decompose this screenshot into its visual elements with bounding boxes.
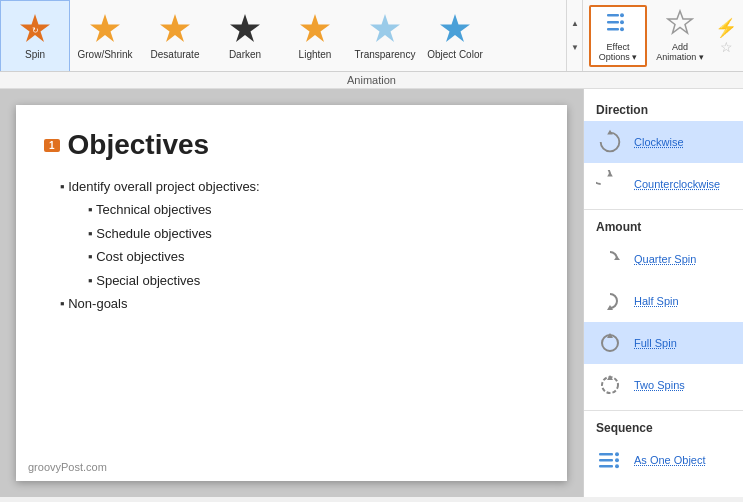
add-animation-button[interactable]: AddAnimation ▾ (651, 5, 709, 67)
svg-marker-3 (160, 14, 190, 42)
svg-marker-4 (230, 14, 260, 42)
full-spin-label: Full Spin (634, 337, 677, 349)
watermark: groovyPost.com (28, 461, 107, 473)
object-color-label: Object Color (427, 49, 483, 60)
desaturate-icon (157, 11, 193, 47)
main-area: 1 Objectives Identify overall project ob… (0, 89, 743, 497)
svg-rect-8 (607, 14, 619, 17)
sub-bullet-technical: Technical objectives (88, 198, 539, 221)
two-spins-item[interactable]: Two Spins (584, 364, 743, 406)
svg-marker-6 (370, 14, 400, 42)
scroll-up-button[interactable]: ▲ (567, 12, 583, 36)
bullet-list: Identify overall project objectives: Tec… (60, 175, 539, 315)
counterclockwise-label: Counterclockwise (634, 178, 720, 190)
animation-section-label: Animation (0, 72, 743, 89)
full-spin-item[interactable]: Full Spin (584, 322, 743, 364)
darken-label: Darken (229, 49, 261, 60)
slide: 1 Objectives Identify overall project ob… (16, 105, 567, 481)
slide-area: 1 Objectives Identify overall project ob… (0, 89, 583, 497)
effect-options-label: EffectOptions ▾ (599, 42, 638, 62)
svg-rect-23 (599, 453, 613, 456)
svg-point-28 (615, 464, 619, 468)
clockwise-item[interactable]: Clockwise (584, 121, 743, 163)
divider-2 (584, 410, 743, 411)
slide-title-text: Objectives (68, 129, 210, 161)
as-one-object-label: As One Object (634, 454, 706, 466)
anim-darken[interactable]: Darken (210, 0, 280, 71)
svg-marker-2 (90, 14, 120, 42)
anim-spin[interactable]: ↻ Spin (0, 0, 70, 71)
counterclockwise-item[interactable]: Counterclockwise (584, 163, 743, 205)
svg-rect-10 (607, 21, 619, 24)
svg-marker-16 (607, 172, 613, 177)
svg-rect-12 (607, 28, 619, 31)
anim-transparency[interactable]: Transparency (350, 0, 420, 71)
grow-shrink-icon (87, 11, 123, 47)
svg-point-9 (620, 13, 624, 17)
divider-1 (584, 209, 743, 210)
two-spins-icon (594, 369, 626, 401)
spin-label: Spin (25, 49, 45, 60)
toolbar-scroll: ▲ ▼ (566, 0, 582, 71)
object-color-icon (437, 11, 473, 47)
add-animation-label: AddAnimation ▾ (656, 42, 704, 62)
anim-grow-shrink[interactable]: Grow/Shrink (70, 0, 140, 71)
as-one-object-item[interactable]: As One Object (584, 439, 743, 481)
quarter-spin-label: Quarter Spin (634, 253, 696, 265)
svg-rect-27 (599, 465, 613, 468)
clockwise-label: Clockwise (634, 136, 684, 148)
svg-marker-14 (668, 11, 692, 33)
effect-options-icon (604, 9, 632, 42)
grow-shrink-label: Grow/Shrink (77, 49, 132, 60)
anim-object-color[interactable]: Object Color (420, 0, 490, 71)
star-extra-icon: ☆ (720, 39, 733, 55)
lightning-icon: ⚡ (715, 17, 737, 39)
animation-toolbar: ↻ Spin Grow/Shrink Desaturate (0, 0, 743, 72)
svg-marker-5 (300, 14, 330, 42)
sub-bullet-schedule: Schedule objectives (88, 222, 539, 245)
scroll-down-button[interactable]: ▼ (567, 36, 583, 60)
direction-section-title: Direction (584, 97, 743, 121)
effect-options-button[interactable]: EffectOptions ▾ (589, 5, 647, 67)
quarter-spin-item[interactable]: Quarter Spin (584, 238, 743, 280)
sub-bullet-list: Technical objectives Schedule objectives… (88, 198, 539, 292)
slide-title: 1 Objectives (44, 129, 539, 161)
svg-point-11 (620, 20, 624, 24)
desaturate-label: Desaturate (151, 49, 200, 60)
quarter-spin-icon (594, 243, 626, 275)
sub-bullet-cost: Cost objectives (88, 245, 539, 268)
half-spin-label: Half Spin (634, 295, 679, 307)
two-spins-label: Two Spins (634, 379, 685, 391)
svg-point-13 (620, 27, 624, 31)
darken-icon (227, 11, 263, 47)
bullet-objectives: Identify overall project objectives: Tec… (60, 175, 539, 292)
bullet-nongoals: Non-goals (60, 292, 539, 315)
amount-section-title: Amount (584, 214, 743, 238)
slide-number-badge: 1 (44, 139, 60, 152)
anim-lighten[interactable]: Lighten (280, 0, 350, 71)
as-one-object-icon (594, 444, 626, 476)
slide-content: Identify overall project objectives: Tec… (44, 175, 539, 315)
half-spin-item[interactable]: Half Spin (584, 280, 743, 322)
sub-bullet-special: Special objectives (88, 269, 539, 292)
anim-desaturate[interactable]: Desaturate (140, 0, 210, 71)
svg-marker-17 (614, 256, 620, 260)
transparency-icon (367, 11, 403, 47)
lighten-icon (297, 11, 333, 47)
svg-text:↻: ↻ (32, 26, 39, 35)
svg-rect-25 (599, 459, 613, 462)
add-animation-icon (666, 9, 694, 42)
right-panel: Direction Clockwise Counterclockwise Amo… (583, 89, 743, 497)
spin-icon: ↻ (17, 11, 53, 47)
animation-list: ↻ Spin Grow/Shrink Desaturate (0, 0, 566, 71)
half-spin-icon (594, 285, 626, 317)
clockwise-icon (594, 126, 626, 158)
transparency-label: Transparency (355, 49, 416, 60)
lighten-label: Lighten (299, 49, 332, 60)
full-spin-icon (594, 327, 626, 359)
svg-point-26 (615, 458, 619, 462)
svg-marker-7 (440, 14, 470, 42)
toolbar-right-buttons: EffectOptions ▾ AddAnimation ▾ ⚡ ☆ (582, 0, 743, 71)
counterclockwise-icon (594, 168, 626, 200)
svg-point-24 (615, 452, 619, 456)
